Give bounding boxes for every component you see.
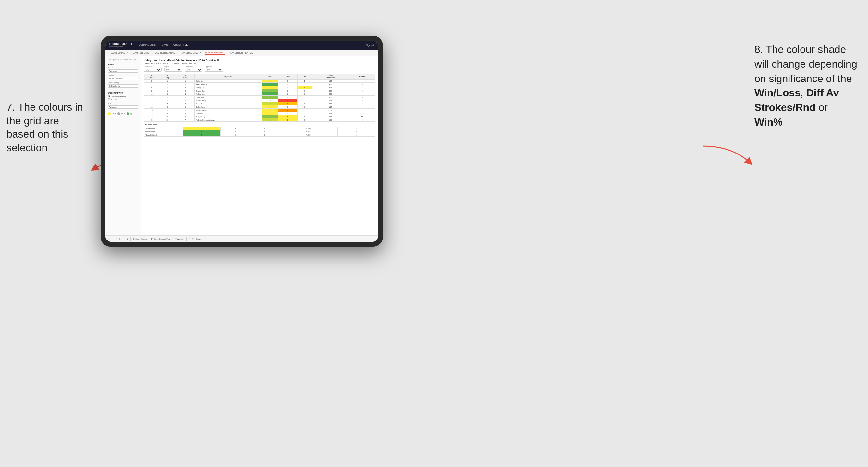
legend-level-label: Level (121, 113, 125, 115)
col-diff: Diff AvStrokes/Rnd (312, 74, 349, 80)
col-loss: Loss (278, 74, 298, 80)
annotation-left: 7. The colours in the grid are based on … (6, 101, 88, 154)
filters-row: Opponents: (All) Region (All) Conference (144, 66, 375, 72)
table-row: 1611 Jessica Mason 1 2 0 -0.94 (144, 109, 375, 112)
sub-nav-team-h2h-grid[interactable]: TEAM H2H GRID (132, 51, 150, 55)
radio-label-1: Opponents Played (111, 95, 126, 97)
view-original-btn[interactable]: 👁 View: Original (133, 238, 147, 240)
legend-level-circle (118, 112, 120, 115)
region-filter: Region (All) (164, 66, 182, 72)
save-custom-view-btn[interactable]: 💾 Save Custom View (151, 238, 170, 240)
division-record: Division Record: 331 - 34 - 6 (174, 62, 199, 64)
sub-nav: TEAM SUMMARY TEAM H2H GRID TEAM H2H HEAT… (105, 50, 378, 56)
grid-title: Katelyn Vo Head-to-Head Grid for Women's… (144, 59, 375, 62)
share-btn[interactable]: Share (196, 238, 202, 240)
table-row: 20117 Federica Domecq Lacroze 2 1 0 1.33… (144, 119, 375, 122)
bottom-toolbar: ↩ ↪ ↩ ⊡ ↩· ⏱ 👁 View: Original 💾 Save Cus… (105, 235, 378, 242)
back-btn[interactable]: ↩ (115, 238, 117, 240)
logo-text: SCOREBOARD (110, 42, 132, 46)
legend-down-circle (108, 112, 111, 115)
col-div: #Div (144, 74, 159, 80)
player-rank-select[interactable]: 8. Katelyn Vo (108, 84, 138, 88)
radio-label-2: Top 100 (111, 98, 118, 100)
gender-select[interactable]: Women's (108, 69, 138, 73)
opponent-view-section: Opponent view Opponents Played Top 100 (108, 92, 138, 100)
main-content: Last Updated: 27/03/2024 16:55:38 Player… (105, 56, 378, 235)
separator-3 (173, 237, 173, 241)
separator-2 (149, 237, 149, 241)
grid-area: Katelyn Vo Head-to-Head Grid for Women's… (141, 56, 378, 235)
out-of-division-table: Foreign Team 1 0 0 4.500 2 NAIA Division… (144, 127, 375, 136)
nav-item-teams[interactable]: TEAMS (160, 43, 169, 48)
history-btn[interactable]: ↩· (122, 238, 125, 240)
opponents-filter: Opponents: (All) (144, 66, 162, 72)
annotation-right: 8. The colour shade will change dependin… (754, 42, 858, 129)
colour-by-section: Colour by Win/Loss (108, 103, 138, 110)
nav-item-tournaments[interactable]: TOURNAMENTS (137, 43, 156, 48)
sub-nav-team-summary[interactable]: TEAM SUMMARY (110, 51, 128, 55)
overall-record: Overall Record: 353 - 34 - 6 (144, 62, 168, 64)
division-label: Division (108, 74, 138, 76)
table-row: NAIA Division 1 15 0 0 9.267 30 (144, 130, 375, 133)
table-row: Foreign Team 1 0 0 4.500 2 (144, 127, 375, 130)
tablet-frame: SCOREBOARD Powered by clippd TOURNAMENTS… (101, 36, 383, 247)
sidebar: Last Updated: 27/03/2024 16:55:38 Player… (105, 56, 141, 235)
sign-out[interactable]: Sign out (366, 44, 374, 46)
legend-up-label: Up (130, 113, 132, 115)
table-row: 1311 Jessica Huang 0 1 0 -3.00 2 (144, 99, 375, 102)
legend-down-label: Down (112, 113, 116, 115)
table-row: 1474 Eunice Yi 2 2 0 0.38 9 (144, 102, 375, 105)
layout-btn1[interactable]: ⬚ (188, 238, 190, 240)
tablet-screen: SCOREBOARD Powered by clippd TOURNAMENTS… (105, 40, 378, 242)
separator-4 (186, 237, 187, 241)
sub-nav-team-h2h-heatmap[interactable]: TEAM H2H HEATMAP (153, 51, 176, 55)
conference-label: Conference (185, 66, 203, 67)
nav-item-committee[interactable]: COMMITTEE (173, 43, 188, 48)
region-select[interactable]: (All) (164, 68, 182, 72)
radio-dot-1 (108, 95, 110, 97)
conference-filter: Conference (All) (185, 66, 203, 72)
division-select[interactable]: NCAA Division III (108, 77, 138, 80)
table-row: 1585 Stella Cheng 1 0 0 1.25 4 (144, 105, 375, 109)
grid-records: Overall Record: 353 - 34 - 6 Division Re… (144, 62, 375, 64)
legend-up-circle (127, 112, 129, 115)
legend-area: Down Level Up (108, 112, 138, 115)
sub-nav-player-h2h-grid[interactable]: PLAYER H2H GRID (205, 51, 225, 55)
opponents-select[interactable]: (All) (144, 68, 162, 72)
colour-by-label: Colour by (108, 103, 138, 105)
sub-nav-player-summary[interactable]: PLAYER SUMMARY (180, 51, 201, 55)
table-row: 1111 Heejo Hyun 1 0 0 3.33 3 (144, 96, 375, 99)
conference-select[interactable]: (All) (185, 68, 203, 72)
timer-btn[interactable]: ⏱ (127, 238, 128, 240)
opponent-filter: Opponent (All) (205, 66, 223, 72)
opponent-view-label: Opponent view (108, 92, 138, 94)
undo-btn[interactable]: ↩ (108, 238, 110, 240)
top-nav: SCOREBOARD Powered by clippd TOURNAMENTS… (105, 40, 378, 50)
table-row: 311 Esther Lee 1 0 1 1.50 4 (144, 80, 375, 83)
table-row: NCAA Division 2 5 0 0 7.400 10 (144, 133, 375, 136)
table-row: 613 Sydney Kuo 1 0 1 -1.00 3 (144, 86, 375, 89)
col-opponent: Opponent (195, 74, 262, 80)
radio-top100[interactable]: Top 100 (108, 98, 138, 100)
sub-nav-player-h2h-heatmap[interactable]: PLAYER H2H HEATMAP (229, 51, 254, 55)
table-row: 1822 Euna Lee 1 0 0 -5.00 2 (144, 112, 375, 115)
table-row: 19106 Emily Chang 4 1 0 0.30 11 (144, 115, 375, 119)
radio-dot-2 (108, 98, 110, 100)
logo-area: SCOREBOARD Powered by clippd (110, 42, 132, 48)
grid-btn[interactable]: ⊡ (119, 238, 120, 240)
player-section-title: Player (108, 63, 138, 66)
table-row: 1063 Andrea York 2 0 0 4.00 4 (144, 93, 375, 96)
redo-btn[interactable]: ↪ (112, 238, 113, 240)
col-conf: #Conf (176, 74, 195, 80)
colour-by-select[interactable]: Win/Loss (108, 105, 138, 109)
last-updated: Last Updated: 27/03/2024 16:55:38 (108, 59, 138, 61)
region-label: Region (164, 66, 182, 67)
watch-btn[interactable]: 👁 Watch ▾ (175, 238, 184, 240)
opponents-label: Opponents: (144, 66, 162, 67)
nav-items: TOURNAMENTS TEAMS COMMITTEE (137, 43, 366, 48)
main-data-table: #Div #Reg #Conf Opponent Win Loss Tie Di… (144, 74, 375, 122)
table-row: 522 Alexis Sudjianto 1 0 0 4.00 3 (144, 83, 375, 86)
radio-opponents-played[interactable]: Opponents Played (108, 95, 138, 97)
opponent-select[interactable]: (All) (205, 68, 223, 72)
layout-btn2[interactable]: ⬚ (192, 238, 194, 240)
